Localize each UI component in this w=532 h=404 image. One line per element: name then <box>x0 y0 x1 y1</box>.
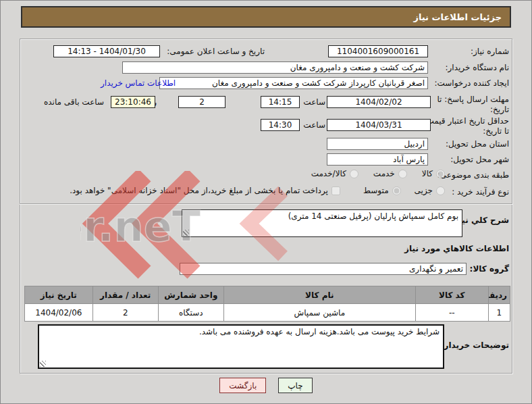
radio-goods-input[interactable] <box>436 170 445 178</box>
col-need-date: تاریخ نیاز <box>25 286 93 304</box>
radio-medium[interactable]: متوسط <box>363 186 401 195</box>
print-button[interactable]: چاپ <box>278 378 312 393</box>
validity-time-field[interactable] <box>261 119 300 131</box>
radio-partial-input[interactable] <box>436 186 445 195</box>
radio-medium-input[interactable] <box>392 186 401 195</box>
validity-label: حداقل تاریخ اعتبار قیمت: تا تاریخ: <box>423 116 509 136</box>
treasury-note: پرداخت تمام یا بخشی از مبلغ خرید،از محل … <box>70 186 328 195</box>
radio-service-label: خدمت <box>373 169 395 178</box>
cell-quantity: 2 <box>92 304 158 322</box>
col-unit: واحد شمارش <box>158 286 223 304</box>
radio-service[interactable]: خدمت <box>373 169 407 178</box>
radio-medium-label: متوسط <box>363 186 389 195</box>
classification-options: کالا خدمت کالا/خدمت <box>311 169 445 178</box>
process-type-label: نوع فرآیند خرید : <box>452 187 509 197</box>
deadline-label: مهلت ارسال پاسخ: تا تاریخ: <box>435 95 509 115</box>
deadline-time-field[interactable] <box>261 96 300 108</box>
cell-row-no: 1 <box>488 304 510 322</box>
cell-goods-code: -- <box>415 304 488 322</box>
cell-unit: دستگاه <box>158 304 223 322</box>
remaining-days-field[interactable] <box>178 96 225 108</box>
resize-grip[interactable] <box>40 361 46 367</box>
need-details-window: جزئیات اطلاعات نیاز شماره نیاز: تاریخ و … <box>0 0 532 404</box>
resize-grip[interactable] <box>183 230 189 236</box>
button-bar: چاپ بازگشت <box>1 378 531 393</box>
goods-group-label: گروه کالا: <box>470 264 509 274</box>
col-goods-name: نام کالا <box>223 286 415 304</box>
process-type-options: جزیی متوسط پرداخت تمام یا بخشی از مبلغ خ… <box>70 186 445 195</box>
radio-service-input[interactable] <box>398 170 407 178</box>
section-divider <box>20 203 512 205</box>
table-row: 1 -- ماشین سمپاش دستگاه 2 1404/02/06 <box>25 304 510 322</box>
page-title: جزئیات اطلاعات نیاز <box>21 6 511 28</box>
remaining-time-field[interactable] <box>111 96 155 108</box>
buyer-notes-label: توضیحات خریدار: <box>441 340 509 351</box>
validity-date-field[interactable] <box>327 119 431 131</box>
buyer-notes-textarea[interactable]: شرایط خرید پیوست می باشد.هزینه ارسال به … <box>38 324 444 369</box>
goods-table: ردیف کد کالا نام کالا واحد شمارش تعداد /… <box>24 286 510 322</box>
col-goods-code: کد کالا <box>415 286 488 304</box>
cell-need-date: 1404/02/06 <box>25 304 93 322</box>
need-number-label: شماره نیاز: <box>471 47 509 57</box>
announce-datetime-label: تاریخ و ساعت اعلان عمومی: <box>167 47 265 57</box>
back-button[interactable]: بازگشت <box>219 378 266 393</box>
deadline-hour-label: ساعت <box>303 97 325 107</box>
remaining-hours-label: ساعت باقی مانده <box>44 97 104 107</box>
buyer-org-field[interactable] <box>122 61 428 74</box>
creator-field[interactable] <box>159 77 428 89</box>
radio-partial[interactable]: جزیی <box>415 186 445 195</box>
radio-partial-label: جزیی <box>415 186 433 195</box>
radio-goods-service-input[interactable] <box>350 170 358 178</box>
buyer-org-label: نام دستگاه خریدار: <box>446 63 510 73</box>
goods-info-section-title: اطلاعات کالاهاي مورد نیاز <box>404 244 509 254</box>
radio-goods-service-label: کالا/خدمت <box>311 169 346 178</box>
city-field[interactable] <box>327 153 428 166</box>
announce-datetime-field[interactable] <box>53 45 160 57</box>
col-row-no: ردیف <box>488 286 510 304</box>
goods-table-header-row: ردیف کد کالا نام کالا واحد شمارش تعداد /… <box>25 286 510 304</box>
treasury-checkbox-item[interactable]: پرداخت تمام یا بخشی از مبلغ خرید،از محل … <box>70 186 340 195</box>
radio-goods-service[interactable]: کالا/خدمت <box>311 169 358 178</box>
goods-group-field[interactable] <box>180 263 467 275</box>
buyer-contact-link[interactable]: اطلاعات تماس خریدار <box>101 78 176 88</box>
validity-hour-label: ساعت <box>303 120 325 130</box>
col-quantity: تعداد / مقدار <box>92 286 158 304</box>
radio-goods-label: کالا <box>422 169 433 178</box>
city-label: شهر محل تحویل: <box>450 155 509 165</box>
deadline-date-field[interactable] <box>327 96 431 108</box>
cell-goods-name: ماشین سمپاش <box>223 304 415 322</box>
need-description-textarea[interactable]: بوم کامل سمپاش پارلیان (پرفیل صنعتی 14 م… <box>182 209 462 237</box>
province-field[interactable] <box>327 138 428 150</box>
need-number-field[interactable] <box>328 45 428 57</box>
creator-label: ایجاد کننده درخواست: <box>434 78 509 89</box>
radio-goods[interactable]: کالا <box>422 169 445 178</box>
classification-label: طبقه بندی موضوعی: <box>437 170 509 180</box>
province-label: استان محل تحویل: <box>446 139 509 149</box>
treasury-checkbox[interactable] <box>331 186 340 195</box>
